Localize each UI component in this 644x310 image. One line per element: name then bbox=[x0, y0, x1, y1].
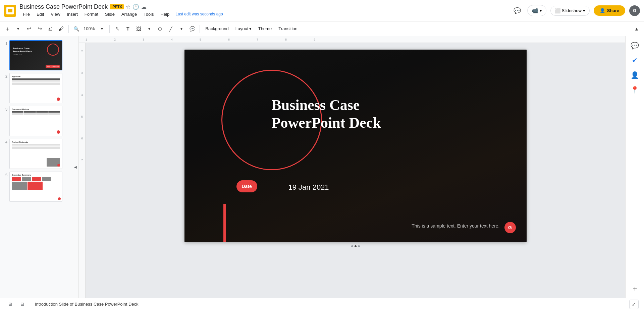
menu-help[interactable]: Help bbox=[157, 10, 173, 18]
line-chevron[interactable]: ▾ bbox=[177, 24, 186, 34]
layout-button[interactable]: Layout ▾ bbox=[233, 25, 254, 33]
collapse-panel-button[interactable]: ▲ bbox=[632, 24, 641, 34]
slide-thumb-2[interactable]: 2 Approval bbox=[0, 72, 72, 105]
tasks-sidebar-btn[interactable]: ✔ bbox=[628, 54, 642, 67]
bottom-left: ⊞ ⊟ bbox=[5, 300, 27, 309]
share-button[interactable]: 👤 Share bbox=[594, 5, 625, 16]
doc-badge: .PPTX bbox=[110, 4, 124, 9]
slide-thumbnail-2[interactable]: Approval bbox=[9, 73, 62, 103]
slide-thumb-5[interactable]: 5 Executive Summary bbox=[0, 170, 72, 203]
app-icon[interactable] bbox=[4, 5, 16, 17]
menu-edit[interactable]: Edit bbox=[33, 10, 47, 18]
present-icon: ⬜ bbox=[555, 8, 560, 13]
bottom-bar: ⊞ ⊟ Introduction Slide of Business Case … bbox=[0, 298, 644, 310]
layout-label: Layout bbox=[235, 26, 249, 31]
zoom-level[interactable]: 100% bbox=[82, 24, 96, 34]
ruler-vertical: 2 3 4 5 6 7 bbox=[79, 43, 86, 298]
background-button[interactable]: Background bbox=[203, 25, 231, 33]
menu-bar: File Edit View Insert Format Slide Arran… bbox=[19, 10, 223, 18]
undo-button[interactable]: ↩ bbox=[24, 24, 34, 34]
canvas-inner: Business Case PowerPoint Deck Date 19 Ja… bbox=[86, 43, 625, 298]
maps-sidebar-btn[interactable]: 📍 bbox=[628, 83, 642, 97]
slide-thumb-4[interactable]: 4 Project Rationale bbox=[0, 137, 72, 170]
slide-dot-3 bbox=[358, 245, 360, 247]
slide-num-5: 5 bbox=[3, 172, 7, 177]
menu-file[interactable]: File bbox=[19, 10, 33, 18]
menu-tools[interactable]: Tools bbox=[140, 10, 157, 18]
shape-tool[interactable]: ⬡ bbox=[155, 24, 165, 34]
chat-sidebar-btn[interactable]: 💬 bbox=[628, 39, 642, 52]
cursor-tool[interactable]: ↖ bbox=[112, 24, 122, 34]
ruler-horizontal: 1 2 3 4 5 6 7 8 9 bbox=[79, 36, 625, 43]
meet-icon: 📹 bbox=[532, 7, 538, 14]
user-avatar[interactable]: G bbox=[629, 5, 640, 16]
zoom-chevron[interactable]: ▾ bbox=[97, 24, 107, 34]
separator-3 bbox=[200, 25, 200, 33]
slide-thumbnail-3[interactable]: Document History bbox=[9, 106, 62, 136]
collapse-panel-btn[interactable]: ◀ bbox=[72, 36, 79, 298]
bottom-right: ⤢ bbox=[629, 300, 639, 309]
transition-button[interactable]: Transition bbox=[276, 25, 300, 33]
toolbar: ＋ ▾ ↩ ↪ 🖨 🖌 🔍 100% ▾ ↖ T 🖼 ▾ ⬡ ╱ ▾ 💬 Bac… bbox=[0, 21, 644, 36]
slide-title-divider bbox=[272, 157, 399, 157]
paint-format-button[interactable]: 🖌 bbox=[56, 24, 66, 34]
print-button[interactable]: 🖨 bbox=[46, 24, 55, 34]
image-chevron[interactable]: ▾ bbox=[145, 24, 154, 34]
menu-format[interactable]: Format bbox=[81, 10, 102, 18]
add-sidebar-btn[interactable]: ＋ bbox=[628, 282, 642, 295]
menu-arrange[interactable]: Arrange bbox=[118, 10, 140, 18]
slide-num-1: 1 bbox=[3, 40, 7, 46]
main-area: 1 Business CasePowerPoint Deck 19 Jan 20… bbox=[0, 36, 644, 298]
slide-date-badge[interactable]: Date bbox=[236, 180, 257, 192]
canvas-main: 1 2 3 4 5 6 7 8 9 2 3 4 5 6 7 bbox=[79, 36, 625, 298]
slideshow-label: Slideshow bbox=[562, 8, 582, 13]
thumb2-title: Approval bbox=[12, 75, 60, 77]
canvas-scroll: Business Case PowerPoint Deck Date 19 Ja… bbox=[86, 43, 625, 298]
cloud-icon[interactable]: ☁ bbox=[141, 4, 147, 10]
slide-thumb-3[interactable]: 3 Document History bbox=[0, 105, 72, 137]
slideshow-chevron: ▾ bbox=[583, 8, 585, 13]
add-chevron[interactable]: ▾ bbox=[13, 24, 23, 34]
slide-thumbnail-5[interactable]: Executive Summary bbox=[9, 172, 62, 202]
slide-title-line2: PowerPoint Deck bbox=[272, 115, 381, 131]
slide-thumb-1[interactable]: 1 Business CasePowerPoint Deck 19 Jan 20… bbox=[0, 39, 72, 72]
red-arrow-annotation bbox=[191, 204, 258, 242]
add-button[interactable]: ＋ bbox=[3, 24, 12, 34]
slide-thumbnail-1[interactable]: Business CasePowerPoint Deck 19 Jan 2021… bbox=[9, 40, 62, 70]
slide-num-3: 3 bbox=[3, 106, 7, 111]
line-tool[interactable]: ╱ bbox=[166, 24, 175, 34]
slide-avatar: G bbox=[504, 222, 516, 233]
menu-slide[interactable]: Slide bbox=[102, 10, 118, 18]
zoom-out-button[interactable]: 🔍 bbox=[71, 24, 81, 34]
slide-date-value[interactable]: 19 Jan 2021 bbox=[288, 183, 329, 192]
slide-num-2: 2 bbox=[3, 73, 7, 78]
expand-button[interactable]: ⤢ bbox=[629, 300, 639, 309]
menu-view[interactable]: View bbox=[47, 10, 63, 18]
history-icon[interactable]: 🕐 bbox=[132, 4, 139, 10]
doc-title[interactable]: Business Case PowerPoint Deck bbox=[19, 3, 108, 10]
theme-button[interactable]: Theme bbox=[256, 25, 274, 33]
comment-tool[interactable]: 💬 bbox=[187, 24, 197, 34]
grid-view-button[interactable]: ⊞ bbox=[5, 300, 15, 309]
filmstrip-view-button[interactable]: ⊟ bbox=[17, 300, 27, 309]
menu-insert[interactable]: Insert bbox=[63, 10, 81, 18]
image-tool[interactable]: 🖼 bbox=[134, 24, 143, 34]
comment-icon-btn[interactable]: 💬 bbox=[511, 5, 523, 17]
slide-dot-2 bbox=[355, 245, 357, 247]
contacts-sidebar-btn[interactable]: 👤 bbox=[628, 68, 642, 82]
redo-button[interactable]: ↪ bbox=[35, 24, 44, 34]
slide-thumbnail-4[interactable]: Project Rationale bbox=[9, 139, 62, 169]
slide-footer-text: This is a sample text. Enter your text h… bbox=[412, 223, 499, 229]
star-icon[interactable]: ☆ bbox=[126, 4, 130, 10]
last-edit: Last edit was seconds ago bbox=[175, 12, 223, 16]
slide-main-title[interactable]: Business Case PowerPoint Deck bbox=[272, 97, 381, 132]
separator-1 bbox=[68, 25, 69, 33]
slide-title-line1: Business Case bbox=[272, 97, 360, 113]
slideshow-button[interactable]: ⬜ Slideshow ▾ bbox=[550, 6, 590, 16]
main-slide[interactable]: Business Case PowerPoint Deck Date 19 Ja… bbox=[184, 50, 527, 242]
meet-button[interactable]: 📹 ▾ bbox=[527, 5, 546, 16]
thumb3-title: Document History bbox=[12, 108, 60, 110]
slide-dot-1 bbox=[351, 245, 353, 247]
text-box-tool[interactable]: T bbox=[123, 24, 132, 34]
top-right-controls: 💬 📹 ▾ ⬜ Slideshow ▾ 👤 Share G bbox=[511, 5, 640, 17]
